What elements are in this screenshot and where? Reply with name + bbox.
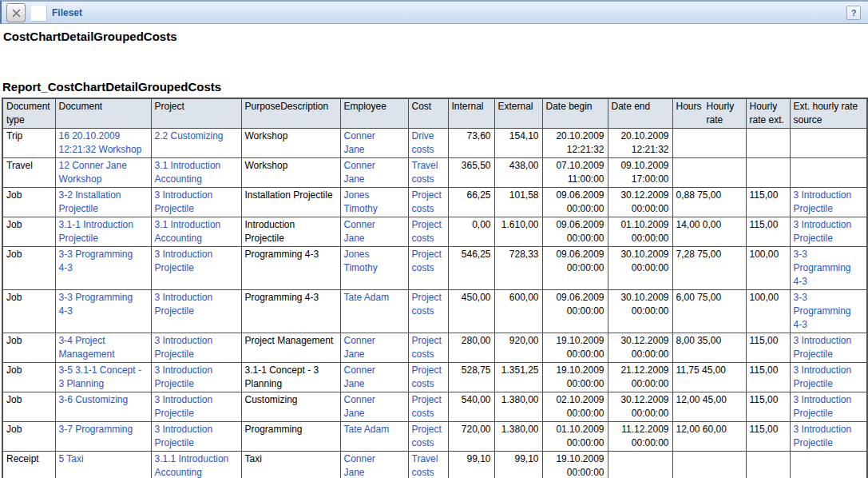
link-rate-src[interactable]: 3 Introduction Projectile bbox=[794, 219, 852, 244]
link-project[interactable]: 3 Introduction Projectile bbox=[155, 189, 213, 214]
cell-date-begin: 09.06.2009 00:00:00 bbox=[542, 247, 608, 290]
column-header-date-begin: Date begin bbox=[542, 98, 608, 129]
link-project[interactable]: 3.1 Introduction Accounting bbox=[155, 160, 221, 185]
table-row: Receipt5 Taxi3.1.1 Introduction Accounti… bbox=[2, 452, 867, 478]
cell-rate-src: 3 Introduction Projectile bbox=[790, 217, 867, 247]
column-header-rate-src: Ext. hourly rate source bbox=[790, 98, 867, 129]
link-document[interactable]: 3-5 3.1-1 Concept - 3 Planning bbox=[59, 364, 141, 389]
link-cost[interactable]: Drive costs bbox=[412, 130, 434, 155]
link-employee[interactable]: Tate Adam bbox=[344, 424, 390, 435]
cell-rate-ext: 115,00 bbox=[746, 392, 790, 422]
link-project[interactable]: 3 Introduction Projectile bbox=[155, 364, 213, 389]
cell-purpose: Taxi bbox=[241, 452, 340, 478]
cell-cost: Project costs bbox=[408, 247, 448, 290]
cell-rate-src: 3 Introduction Projectile bbox=[790, 188, 867, 217]
link-employee[interactable]: Tate Adam bbox=[344, 292, 390, 303]
cell-doc-type: Trip bbox=[2, 129, 55, 158]
cell-project: 3 Introduction Projectile bbox=[151, 188, 241, 217]
close-button[interactable] bbox=[6, 3, 26, 22]
cell-purpose: Installation Projectile bbox=[241, 188, 340, 217]
cell-rate-src bbox=[790, 452, 867, 478]
cell-hours bbox=[672, 452, 746, 478]
link-rate-src[interactable]: 3-3 Programming 4-3 bbox=[794, 292, 851, 330]
link-cost[interactable]: Travel costs bbox=[412, 160, 438, 185]
link-employee[interactable]: Jones Timothy bbox=[344, 249, 378, 273]
link-cost[interactable]: Project costs bbox=[412, 219, 442, 244]
cell-purpose: Programming 4-3 bbox=[241, 247, 340, 290]
cell-cost: Project costs bbox=[408, 290, 448, 333]
cell-external: 1.380,00 bbox=[494, 392, 542, 422]
link-cost[interactable]: Project costs bbox=[412, 292, 442, 317]
cell-purpose: 3.1-1 Concept - 3 Planning bbox=[241, 363, 340, 392]
link-cost[interactable]: Project costs bbox=[412, 424, 442, 448]
link-project[interactable]: 3 Introduction Projectile bbox=[155, 292, 213, 317]
link-cost[interactable]: Project costs bbox=[412, 335, 442, 360]
link-rate-src[interactable]: 3-3 Programming 4-3 bbox=[794, 249, 851, 287]
link-document[interactable]: 3-4 Project Management bbox=[59, 335, 115, 360]
cell-external: 600,00 bbox=[494, 290, 542, 333]
link-project[interactable]: 3 Introduction Projectile bbox=[155, 335, 213, 360]
link-rate-src[interactable]: 3 Introduction Projectile bbox=[794, 394, 852, 419]
link-rate-src[interactable]: 3 Introduction Projectile bbox=[794, 364, 852, 389]
link-employee[interactable]: Conner Jane bbox=[344, 453, 375, 478]
link-project[interactable]: 2.2 Customizing bbox=[155, 130, 224, 141]
cell-cost: Project costs bbox=[408, 217, 448, 247]
link-document[interactable]: 3-3 Programming 4-3 bbox=[59, 292, 133, 317]
cell-employee: Conner Jane bbox=[340, 158, 408, 188]
cell-project: 3.1 Introduction Accounting bbox=[151, 158, 241, 188]
link-cost[interactable]: Travel costs bbox=[412, 453, 438, 478]
cell-hours bbox=[672, 129, 746, 158]
link-document[interactable]: 12 Conner Jane Workshop bbox=[59, 160, 127, 185]
help-button[interactable]: ? bbox=[846, 6, 861, 20]
cell-cost: Project costs bbox=[408, 363, 448, 392]
link-document[interactable]: 3-2 Installation Projectile bbox=[59, 189, 121, 214]
link-cost[interactable]: Project costs bbox=[412, 249, 442, 273]
cell-rate-ext: 115,00 bbox=[746, 188, 790, 217]
link-employee[interactable]: Conner Jane bbox=[344, 394, 375, 419]
cell-doc-type: Job bbox=[2, 333, 55, 363]
cell-rate-ext: 115,00 bbox=[746, 217, 790, 247]
cell-internal: 528,75 bbox=[448, 363, 494, 392]
cell-hours: 11,75 45,00 bbox=[672, 363, 746, 392]
cell-doc-type: Job bbox=[2, 422, 55, 452]
cell-external: 1.610,00 bbox=[494, 217, 542, 247]
link-document[interactable]: 3-6 Customizing bbox=[59, 394, 129, 405]
link-project[interactable]: 3 Introduction Projectile bbox=[155, 394, 213, 419]
link-project[interactable]: 3 Introduction Projectile bbox=[155, 424, 213, 448]
link-employee[interactable]: Conner Jane bbox=[344, 160, 375, 185]
link-employee[interactable]: Conner Jane bbox=[344, 219, 375, 244]
cell-rate-ext: 100,00 bbox=[746, 290, 790, 333]
cell-project: 2.2 Customizing bbox=[151, 129, 241, 158]
link-document[interactable]: 3-7 Programming bbox=[59, 424, 133, 435]
link-document[interactable]: 5 Taxi bbox=[59, 453, 84, 464]
link-employee[interactable]: Conner Jane bbox=[344, 130, 375, 155]
link-cost[interactable]: Project costs bbox=[412, 364, 442, 389]
link-cost[interactable]: Project costs bbox=[412, 189, 442, 214]
column-header-date-end: Date end bbox=[608, 98, 672, 129]
cell-external: 154,10 bbox=[494, 129, 542, 158]
cell-employee: Tate Adam bbox=[340, 290, 408, 333]
link-employee[interactable]: Jones Timothy bbox=[344, 189, 378, 214]
link-rate-src[interactable]: 3 Introduction Projectile bbox=[794, 424, 852, 448]
cell-date-end: 09.10.2009 17:00:00 bbox=[608, 158, 672, 188]
link-project[interactable]: 3 Introduction Projectile bbox=[155, 249, 213, 273]
link-employee[interactable]: Conner Jane bbox=[344, 364, 375, 389]
cell-rate-src: 3 Introduction Projectile bbox=[790, 333, 867, 363]
cell-project: 3 Introduction Projectile bbox=[151, 247, 241, 290]
link-rate-src[interactable]: 3 Introduction Projectile bbox=[794, 335, 852, 360]
link-project[interactable]: 3.1.1 Introduction Accounting bbox=[155, 453, 229, 478]
cell-cost: Project costs bbox=[408, 333, 448, 363]
link-project[interactable]: 3.1 Introduction Accounting bbox=[155, 219, 221, 244]
link-document[interactable]: 3.1-1 Introduction Projectile bbox=[59, 219, 133, 244]
cell-date-end: 20.10.2009 12:21:32 bbox=[608, 129, 672, 158]
cell-project: 3 Introduction Projectile bbox=[151, 363, 241, 392]
link-document[interactable]: 16 20.10.2009 12:21:32 Workshop bbox=[59, 130, 142, 155]
cell-date-end: 30.10.2009 00:00:00 bbox=[608, 247, 672, 290]
cell-purpose: Programming bbox=[241, 422, 340, 452]
link-rate-src[interactable]: 3 Introduction Projectile bbox=[794, 189, 852, 214]
cell-internal: 540,00 bbox=[448, 392, 494, 422]
link-employee[interactable]: Conner Jane bbox=[344, 335, 375, 360]
link-cost[interactable]: Project costs bbox=[412, 394, 442, 419]
column-header-hours: HoursHourly rate bbox=[672, 98, 746, 129]
link-document[interactable]: 3-3 Programming 4-3 bbox=[59, 249, 133, 273]
